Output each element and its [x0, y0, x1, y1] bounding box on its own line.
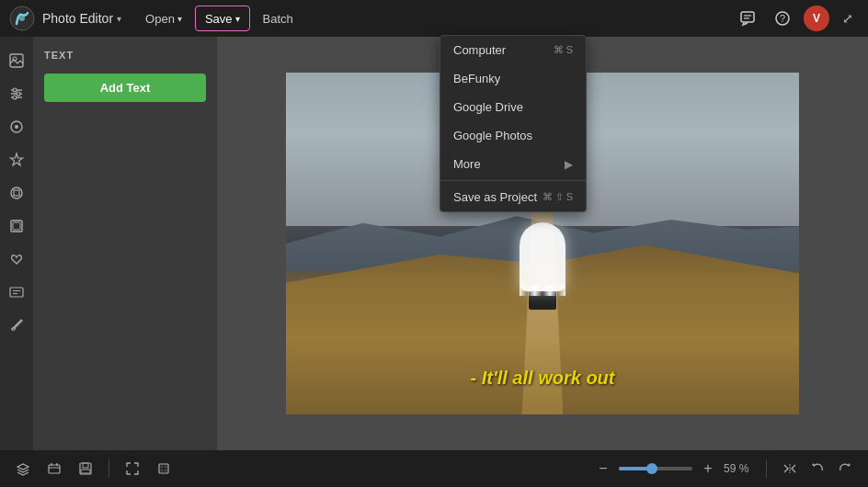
save-dropdown-menu: Computer ⌘ S BeFunky Google Drive Google… — [440, 35, 587, 212]
bottom-divider-2 — [766, 459, 767, 478]
svg-rect-7 — [10, 54, 23, 67]
svg-rect-18 — [14, 190, 19, 196]
zoom-controls: − + 59 % — [593, 459, 755, 479]
sidebar-icon-frames[interactable] — [2, 211, 31, 241]
help-icon: ? — [774, 10, 791, 27]
sidebar-icon-favorites[interactable] — [2, 244, 31, 274]
zoom-plus-icon: + — [703, 460, 712, 477]
svg-rect-25 — [49, 465, 60, 473]
zoom-slider-thumb[interactable] — [646, 463, 657, 474]
sidebar-icon-shapes[interactable] — [2, 178, 31, 208]
left-sidebar — [0, 37, 33, 487]
batch-button[interactable]: Batch — [254, 6, 303, 31]
save-befunky-label: BeFunky — [453, 72, 500, 85]
open-chevron: ▾ — [177, 14, 182, 24]
nav-right: ? V ⤢ — [734, 5, 859, 32]
save-computer-label: Computer — [453, 43, 506, 57]
svg-rect-21 — [10, 288, 23, 297]
ghost-body — [520, 222, 565, 291]
svg-text:?: ? — [780, 13, 785, 24]
bottom-toolbar: − + 59 % — [0, 450, 868, 487]
svg-point-14 — [13, 96, 17, 99]
save-more-item[interactable]: More ▶ — [440, 150, 586, 178]
chat-icon — [739, 10, 756, 27]
chat-icon-button[interactable] — [734, 5, 761, 32]
fullscreen-icon[interactable] — [120, 457, 144, 481]
bottom-right-icons — [778, 457, 857, 481]
help-icon-button[interactable]: ? — [769, 5, 796, 32]
save-project-label: Save as Project — [453, 190, 537, 204]
zoom-in-button[interactable]: + — [698, 459, 718, 479]
zoom-percent: 59 % — [724, 462, 755, 475]
sidebar-icon-brush[interactable] — [2, 311, 31, 340]
ghost-figure — [515, 222, 570, 305]
sidebar-icon-adjustments[interactable] — [2, 79, 31, 108]
svg-rect-29 — [80, 463, 91, 474]
app-title-text: Photo Editor — [42, 11, 113, 26]
svg-point-16 — [15, 125, 18, 129]
svg-rect-32 — [159, 464, 168, 473]
fit-icon[interactable] — [152, 457, 176, 481]
svg-rect-31 — [81, 470, 90, 473]
svg-rect-2 — [741, 12, 754, 22]
svg-rect-30 — [83, 463, 88, 468]
save-befunky-item[interactable]: BeFunky — [440, 64, 586, 93]
save-google-photos-item[interactable]: Google Photos — [440, 121, 586, 150]
sidebar-icon-text[interactable] — [2, 277, 31, 307]
flip-horizontal-icon[interactable] — [778, 457, 802, 481]
zoom-minus-icon: − — [599, 460, 607, 477]
logo-area[interactable]: Photo Editor ▾ — [9, 6, 121, 31]
app-logo — [9, 6, 35, 31]
open-menu-button[interactable]: Open ▾ — [136, 6, 191, 31]
history-icon[interactable] — [42, 457, 66, 481]
add-text-button[interactable]: Add Text — [44, 74, 206, 102]
zoom-slider-track[interactable] — [619, 467, 692, 470]
svg-point-12 — [13, 88, 17, 92]
text-panel: TEXT Add Text — [33, 37, 217, 450]
save-menu-button[interactable]: Save ▾ — [195, 6, 250, 31]
photo-caption: - It'll all work out — [471, 368, 615, 389]
save-computer-shortcut: ⌘ S — [554, 44, 573, 56]
expand-button[interactable]: ⤢ — [837, 11, 859, 26]
save-project-shortcut: ⌘ ⇧ S — [542, 191, 573, 203]
save-computer-item[interactable]: Computer ⌘ S — [440, 36, 586, 64]
zoom-out-button[interactable]: − — [593, 459, 613, 479]
dropdown-divider — [440, 180, 586, 181]
zoom-slider-fill — [619, 467, 648, 470]
panel-title: TEXT — [44, 50, 206, 61]
layers-icon[interactable] — [11, 457, 35, 481]
save-google-drive-item[interactable]: Google Drive — [440, 93, 586, 121]
svg-point-13 — [17, 92, 20, 96]
save-project-item[interactable]: Save as Project ⌘ ⇧ S — [440, 183, 586, 211]
redo-icon[interactable] — [833, 457, 857, 481]
svg-point-17 — [11, 187, 22, 198]
save-label: Save — [205, 12, 233, 26]
save-google-photos-label: Google Photos — [453, 129, 532, 142]
save-chevron: ▾ — [235, 14, 240, 24]
open-label: Open — [145, 12, 175, 26]
save-more-label: More — [453, 157, 481, 171]
save-icon[interactable] — [74, 457, 97, 481]
save-google-drive-label: Google Drive — [453, 100, 523, 114]
sidebar-icon-image[interactable] — [2, 46, 31, 75]
user-avatar[interactable]: V — [804, 6, 829, 31]
app-title-chevron: ▾ — [117, 14, 121, 24]
sidebar-icon-star[interactable] — [2, 145, 31, 175]
app-title: Photo Editor ▾ — [42, 11, 121, 26]
undo-icon[interactable] — [805, 457, 829, 481]
top-navigation: Photo Editor ▾ Open ▾ Save ▾ Batch ? — [0, 0, 868, 37]
svg-point-1 — [19, 16, 25, 21]
bottom-divider-1 — [108, 459, 109, 478]
svg-rect-20 — [13, 222, 20, 230]
save-more-arrow: ▶ — [565, 158, 573, 171]
avatar-initial: V — [813, 12, 820, 25]
sidebar-icon-effects[interactable] — [2, 112, 31, 142]
batch-label: Batch — [263, 12, 293, 26]
